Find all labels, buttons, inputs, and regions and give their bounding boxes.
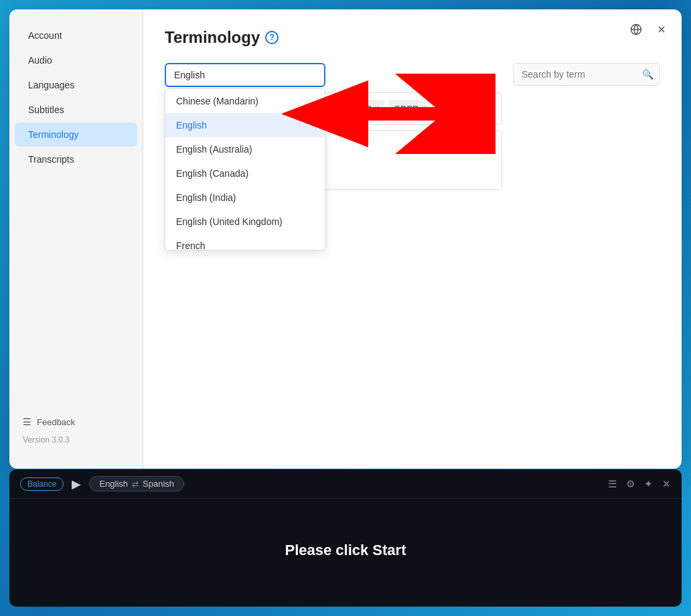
language-pill[interactable]: English ⇄ Spanish [89, 476, 184, 491]
player-icons-right: ☰ ⚙ ✦ ✕ [608, 478, 671, 490]
page-title-row: Terminology ? [165, 28, 660, 47]
dropdown-item-english-india[interactable]: English (India) [165, 185, 325, 210]
page-title: Terminology [165, 28, 260, 47]
target-language: Spanish [143, 479, 174, 489]
feedback-icon: ☰ [23, 416, 31, 427]
play-button[interactable]: ▶ [72, 477, 81, 491]
balance-badge[interactable]: Balance [20, 477, 64, 491]
tag-gdpr: GDPR× [388, 100, 432, 117]
swap-icon: ⇄ [132, 479, 139, 489]
tag-close-tag-gdpr[interactable]: × [421, 104, 426, 112]
search-wrapper: 🔍 [513, 63, 660, 86]
sidebar-nav: AccountAudioLanguagesSubtitlesTerminolog… [9, 23, 143, 406]
version-text: Version 3.0.3 [23, 435, 129, 445]
sidebar-item-languages[interactable]: Languages [15, 73, 137, 97]
dropdown-item-english-uk[interactable]: English (United Kingdom) [165, 210, 325, 234]
sidebar-item-transcripts[interactable]: Transcripts [15, 147, 137, 171]
sidebar: AccountAudioLanguagesSubtitlesTerminolog… [9, 9, 143, 469]
dropdown-item-english-canada[interactable]: English (Canada) [165, 161, 325, 185]
feedback-label: Feedback [37, 417, 75, 427]
main-content: Terminology ? Chinese (Mandarin)EnglishE… [143, 9, 682, 469]
globe-button[interactable] [627, 20, 645, 39]
tag-label: MTS [353, 104, 371, 114]
sidebar-item-audio[interactable]: Audio [15, 48, 137, 72]
pin-icon[interactable]: ✦ [644, 478, 653, 490]
tag-label: GDPR [394, 104, 419, 114]
tag-close-tag-miriam[interactable]: × [333, 104, 338, 112]
tag-mts: MTS× [348, 100, 384, 117]
dialog-top-right [627, 20, 671, 39]
close-button[interactable] [652, 20, 671, 39]
language-select-wrapper: Chinese (Mandarin)EnglishEnglish (Austra… [165, 63, 325, 87]
dropdown-item-french[interactable]: French [165, 234, 325, 250]
dropdown-scroll: Chinese (Mandarin)EnglishEnglish (Austra… [165, 89, 325, 250]
sidebar-footer: ☰ Feedback Version 3.0.3 [9, 406, 143, 455]
dropdown-item-english-australia[interactable]: English (Australia) [165, 137, 325, 161]
search-icon: 🔍 [642, 69, 654, 80]
player-bar: Balance ▶ English ⇄ Spanish ☰ ⚙ ✦ ✕ Plea… [9, 469, 682, 607]
left-col: Chinese (Mandarin)EnglishEnglish (Austra… [165, 63, 502, 226]
player-center-label: Please click Start [285, 542, 406, 559]
sidebar-item-subtitles[interactable]: Subtitles [15, 98, 137, 122]
sidebar-item-terminology[interactable]: Terminology [15, 123, 137, 147]
feedback-item[interactable]: ☰ Feedback [23, 416, 129, 427]
help-icon[interactable]: ? [265, 31, 279, 44]
settings-icon[interactable]: ⚙ [626, 478, 635, 490]
dropdown-item-chinese-mandarin[interactable]: Chinese (Mandarin) [165, 89, 325, 113]
language-input[interactable] [165, 63, 325, 87]
tag-close-tag-mts[interactable]: × [374, 104, 379, 112]
language-dropdown: Chinese (Mandarin)EnglishEnglish (Austra… [165, 88, 325, 250]
list-icon[interactable]: ☰ [608, 478, 617, 490]
settings-dialog: AccountAudioLanguagesSubtitlesTerminolog… [9, 9, 682, 469]
player-center-text: Please click Start [9, 499, 682, 601]
right-col: 🔍 [513, 63, 660, 86]
search-input[interactable] [513, 63, 660, 86]
player-close-icon[interactable]: ✕ [662, 478, 671, 490]
sidebar-item-account[interactable]: Account [15, 23, 137, 48]
dropdown-item-english[interactable]: English [165, 113, 325, 137]
controls-row: Chinese (Mandarin)EnglishEnglish (Austra… [165, 63, 660, 226]
source-language: English [99, 479, 128, 489]
player-top: Balance ▶ English ⇄ Spanish ☰ ⚙ ✦ ✕ [9, 469, 682, 499]
